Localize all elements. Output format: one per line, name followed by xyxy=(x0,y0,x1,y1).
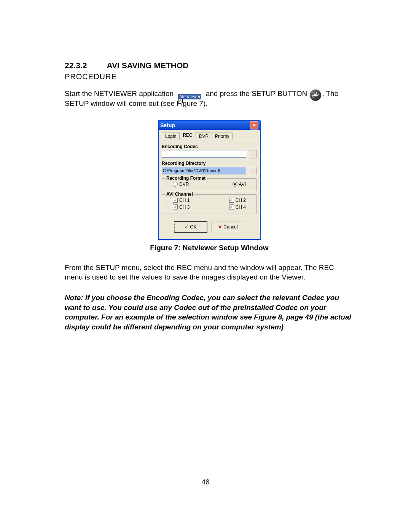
checkbox-ch3-box: ✓ xyxy=(173,204,178,209)
page-number: 48 xyxy=(201,478,209,486)
intro-paragraph: Start the NETVIEWER application ↗ NetVie… xyxy=(65,89,354,109)
section-heading: 22.3.2AVI SAVING METHOD xyxy=(65,61,354,70)
section-number: 22.3.2 xyxy=(65,61,87,70)
cancel-button[interactable]: ✕ Cancel xyxy=(212,222,244,232)
encoding-codec-input[interactable] xyxy=(162,150,246,158)
dialog-titlebar: Setup ✕ xyxy=(159,121,260,130)
checkbox-ch4-label: CH 4 xyxy=(236,204,246,210)
note-paragraph: Note: If you choose the Encoding Codec, … xyxy=(65,293,354,332)
checkbox-ch1-label: CH 1 xyxy=(179,198,190,203)
figure-caption: Figure 7: Netviewer Setup Window xyxy=(65,244,354,252)
close-button[interactable]: ✕ xyxy=(250,121,258,129)
checkbox-ch1-box: ✓ xyxy=(173,198,178,203)
encoding-codec-label: Encoding Codec xyxy=(162,144,257,149)
setup-dialog: Setup ✕ Login REC DVR Priority Encoding … xyxy=(158,120,261,240)
intro-text-2: and press the SETUP BUTTON xyxy=(206,89,309,97)
recording-directory-label: Recording Directory xyxy=(162,161,257,166)
radio-dvr[interactable]: DVR xyxy=(173,182,189,187)
recording-directory-input[interactable] xyxy=(162,167,246,174)
cancel-label-rest: ancel xyxy=(227,224,238,230)
checkbox-ch2-label: CH 2 xyxy=(236,198,246,203)
checkbox-ch2-box: ✓ xyxy=(229,198,234,203)
recording-format-group: Recording Format DVR AVI xyxy=(162,178,257,191)
after-figure-paragraph: From the SETUP menu, select the REC menu… xyxy=(65,263,354,282)
radio-avi-indicator xyxy=(233,182,237,187)
radio-avi[interactable]: AVI xyxy=(233,182,246,187)
netviewer-shortcut-icon: ↗ NetViewer xyxy=(176,91,203,100)
radio-dvr-indicator xyxy=(173,182,178,187)
tab-login[interactable]: Login xyxy=(162,133,180,140)
avi-channel-legend: AVI Channel xyxy=(165,192,194,197)
close-icon: ✕ xyxy=(252,123,256,128)
checkbox-ch4-box: ✓ xyxy=(229,204,234,209)
check-icon: ✓ xyxy=(185,224,188,230)
checkbox-ch3-label: CH 3 xyxy=(179,204,190,210)
radio-avi-label: AVI xyxy=(239,182,246,187)
section-title: AVI SAVING METHOD xyxy=(107,61,188,70)
encoding-codec-browse-button[interactable]: ... xyxy=(248,150,257,158)
avi-channel-group: AVI Channel ✓ CH 1 ✓ CH 2 ✓ CH 3 xyxy=(162,194,257,214)
dialog-tabs: Login REC DVR Priority xyxy=(162,132,257,140)
ok-label-underline: O xyxy=(190,224,193,230)
cancel-label-underline: C xyxy=(223,224,227,230)
ok-button[interactable]: ✓ OK xyxy=(174,222,207,232)
cancel-icon: ✕ xyxy=(218,224,222,230)
checkbox-ch3[interactable]: ✓ CH 3 xyxy=(173,204,190,210)
recording-format-legend: Recording Format xyxy=(165,176,207,181)
intro-text-1: Start the NETVIEWER application xyxy=(65,89,175,97)
recording-directory-browse-button[interactable]: ... xyxy=(248,167,257,175)
tab-dvr[interactable]: DVR xyxy=(196,133,212,140)
checkbox-ch2[interactable]: ✓ CH 2 xyxy=(229,198,246,203)
setup-button-icon xyxy=(310,89,321,101)
tab-rec[interactable]: REC xyxy=(179,132,196,140)
ok-label-rest: K xyxy=(194,224,197,230)
tab-priority[interactable]: Priority xyxy=(212,133,233,140)
procedure-label: PROCEDURE xyxy=(65,72,354,81)
dialog-title: Setup xyxy=(160,122,175,128)
radio-dvr-label: DVR xyxy=(179,182,189,187)
checkbox-ch4[interactable]: ✓ CH 4 xyxy=(229,204,246,210)
checkbox-ch1[interactable]: ✓ CH 1 xyxy=(173,198,190,203)
